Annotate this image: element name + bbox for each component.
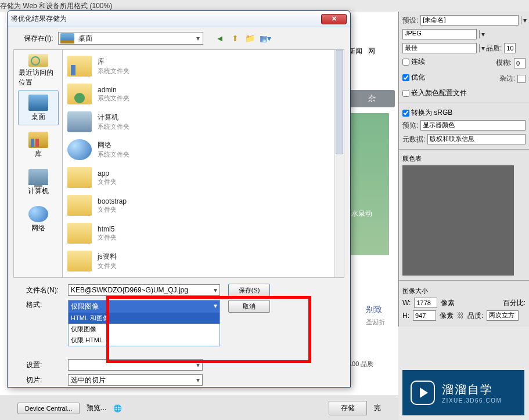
format-option-images-only[interactable]: 仅限图像 <box>69 324 219 335</box>
bottom-done-button[interactable]: 完 <box>374 403 381 413</box>
folder-icon <box>67 195 92 216</box>
bg-side-title: 别致 <box>366 305 382 315</box>
file-item[interactable]: 库系统文件夹 <box>65 52 341 80</box>
preview-label: 预览: <box>402 121 418 131</box>
link-icon[interactable]: ⛓ <box>457 312 464 320</box>
color-table-label: 颜色表 <box>402 154 526 163</box>
file-name: 计算机 <box>98 113 129 122</box>
file-item[interactable]: html5文件夹 <box>65 219 341 247</box>
play-icon <box>411 381 435 405</box>
dialog-titlebar[interactable]: 将优化结果存储为 ✕ <box>8 11 350 27</box>
file-item[interactable]: 网络系统文件夹 <box>65 136 341 164</box>
save-in-value: 桌面 <box>76 34 193 44</box>
bg-mid-text: 水泉动 <box>351 209 372 219</box>
chevron-down-icon[interactable]: ▾ <box>214 286 217 294</box>
cancel-button[interactable]: 取消 <box>228 300 270 313</box>
device-central-button[interactable]: Device Central... <box>17 403 80 414</box>
scrollbar-thumb[interactable] <box>336 50 343 154</box>
folder-icon <box>67 84 92 104</box>
px-unit: 像素 <box>441 298 455 308</box>
format-label: 格式: <box>26 300 64 310</box>
up-icon[interactable]: ⬆ <box>230 33 240 44</box>
slices-value: 选中的切片 <box>71 375 106 385</box>
place-net[interactable]: 网络 <box>18 202 59 237</box>
file-name: 网络 <box>98 140 129 150</box>
bg-tab-net[interactable]: 网 <box>368 47 375 55</box>
format-dropdown-open[interactable]: 仅限图像▾ HTML 和图像 仅限图像 仅限 HTML <box>68 300 220 346</box>
blur-label: 模糊: <box>496 58 512 68</box>
folder-icon <box>67 56 92 77</box>
blur-input[interactable] <box>514 58 526 68</box>
file-name: admin <box>98 86 129 94</box>
percent-label: 百分比: <box>503 298 526 308</box>
height-input[interactable] <box>413 310 436 321</box>
bg-gray-button[interactable]: 杂 <box>348 90 395 107</box>
brand-logo: 溜溜自学 ZIXUE.3D66.COM <box>402 370 524 415</box>
metadata-select[interactable]: 版权和联系信息 <box>427 134 526 144</box>
preset-menu-icon[interactable]: ▾ <box>521 16 526 24</box>
settings-select[interactable]: ▾ <box>68 359 203 371</box>
slices-select[interactable]: 选中的切片▾ <box>68 374 203 386</box>
format-option-html-and-images[interactable]: HTML 和图像 <box>69 313 219 324</box>
file-item[interactable]: admin系统文件夹 <box>65 80 341 108</box>
file-type: 系统文件夹 <box>98 122 129 131</box>
bg-tabs: 新闻 网 <box>348 46 389 56</box>
preset-label: 预设: <box>402 16 418 26</box>
settings-panel: 预设: [未命名] ▾ JPEG▾ 最佳▾ 品质: 连续 模糊: 优化 杂边: … <box>398 12 529 327</box>
file-item[interactable]: bootstrap文件夹 <box>65 191 341 219</box>
width-input[interactable] <box>414 298 437 308</box>
matte-swatch[interactable] <box>517 75 526 83</box>
srgb-checkbox[interactable] <box>402 110 409 117</box>
optimized-label: 优化 <box>411 73 425 82</box>
file-type: 系统文件夹 <box>98 150 129 159</box>
file-type: 文件夹 <box>98 178 117 186</box>
chevron-down-icon[interactable]: ▾ <box>193 34 203 42</box>
optimized-checkbox[interactable] <box>402 74 409 81</box>
place-label: 网络 <box>31 223 45 233</box>
quality-preset-select[interactable]: 最佳 <box>402 43 477 53</box>
filename-input[interactable]: KEB@SWKDZO{D969~G)UM_QJ.jpg ▾ <box>68 284 220 296</box>
resample-select[interactable]: 两次立方 <box>487 310 519 321</box>
preview-select[interactable]: 显示器颜色 <box>420 120 526 131</box>
place-label: 最近访问的位置 <box>19 68 58 88</box>
quality-label: 品质: <box>486 44 502 53</box>
net-icon <box>28 206 48 222</box>
desk-icon <box>28 95 48 111</box>
file-type: 文件夹 <box>98 205 127 214</box>
file-item[interactable]: 计算机系统文件夹 <box>65 108 341 136</box>
browser-icon[interactable]: 🌐 <box>113 404 122 412</box>
file-name: app <box>98 169 117 178</box>
close-button[interactable]: ✕ <box>321 14 347 24</box>
embed-profile-checkbox[interactable] <box>402 90 409 97</box>
places-bar: 最近访问的位置桌面库计算机网络 <box>14 50 63 277</box>
back-icon[interactable]: ◄ <box>215 33 225 44</box>
format-selected[interactable]: 仅限图像▾ <box>69 300 219 313</box>
place-comp[interactable]: 计算机 <box>18 165 59 200</box>
view-menu-icon[interactable]: ▦▾ <box>260 33 271 44</box>
place-lib[interactable]: 库 <box>18 128 59 162</box>
dialog-title: 将优化结果存储为 <box>11 14 321 24</box>
save-in-combo[interactable]: 桌面 ▾ <box>58 32 203 45</box>
save-button[interactable]: 保存(S) <box>228 284 270 296</box>
desktop-icon <box>60 33 74 44</box>
place-label: 桌面 <box>31 112 45 122</box>
scrollbar[interactable] <box>334 50 344 277</box>
format-option-html-only[interactable]: 仅限 HTML <box>69 335 219 346</box>
bottom-save-button[interactable]: 存储 <box>329 401 367 415</box>
file-item[interactable]: app文件夹 <box>65 164 341 191</box>
preset-select[interactable]: [未命名] <box>420 15 519 26</box>
progressive-checkbox[interactable] <box>402 59 409 66</box>
place-desk[interactable]: 桌面 <box>18 90 59 125</box>
chevron-down-icon[interactable]: ▾ <box>479 30 484 38</box>
file-name: html5 <box>98 225 117 233</box>
file-item[interactable]: js资料文件夹 <box>65 247 341 275</box>
chevron-down-icon[interactable]: ▾ <box>479 44 484 52</box>
quality-input[interactable] <box>504 43 516 53</box>
preview-button[interactable]: 预览... <box>87 403 106 413</box>
new-folder-icon[interactable]: 📁 <box>245 33 255 44</box>
place-recent[interactable]: 最近访问的位置 <box>18 53 59 88</box>
app-bottom-bar: Device Central... 预览... 🌐 存储 完 <box>0 396 398 420</box>
file-name: bootstrap <box>98 197 127 205</box>
format-select[interactable]: JPEG <box>402 29 477 39</box>
file-list[interactable]: 库系统文件夹admin系统文件夹计算机系统文件夹网络系统文件夹app文件夹boo… <box>63 50 344 277</box>
